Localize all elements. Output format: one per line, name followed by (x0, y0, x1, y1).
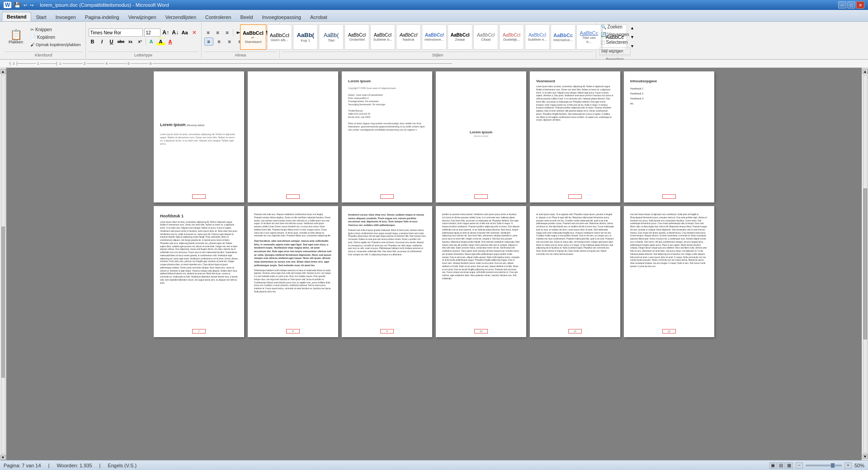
font-size-input[interactable] (144, 28, 160, 37)
font-row-2: B I U abc x₂ x² A A A (89, 38, 198, 46)
view-normal-button[interactable]: ▣ (769, 462, 777, 469)
quick-access-redo[interactable]: ↪ (30, 3, 33, 8)
style-nadruk[interactable]: AaBbCcI Nadruk (396, 24, 421, 50)
minimize-button[interactable]: ─ (838, 1, 846, 9)
tab-invoegen[interactable]: Invoegen (51, 13, 80, 21)
edit-btns: 🔍 Zoeken 🔄 Vervangen ⬚ Selecteren Stijl … (599, 24, 631, 55)
underline-button[interactable]: U (108, 38, 116, 46)
style-intensieve[interactable]: AaBbCcI Intensieve... (422, 24, 447, 50)
title-text: lorem_ipsum.doc (Compatibiliteitsmodus) … (40, 2, 169, 8)
tab-beeld[interactable]: Beeld (236, 13, 258, 21)
bullets-button[interactable]: ≡ (204, 28, 212, 37)
edit-content: 🔍 Zoeken 🔄 Vervangen ⬚ Selecteren Stijl … (599, 24, 631, 55)
vscroll-thumb[interactable] (1, 226, 5, 377)
page9-bold-title: hendrerit cursus vitae vitae orci. Donec… (348, 213, 426, 227)
close-button[interactable]: ✕ (856, 1, 864, 9)
superscript-button[interactable]: x² (136, 38, 144, 46)
strikethrough-button[interactable]: abc (117, 38, 125, 46)
scroll-thumb[interactable] (863, 188, 867, 339)
tab-invoegtoepassing[interactable]: Invoegtoepassing (258, 13, 306, 21)
style-subtiele-b[interactable]: AaBbCcI Subtiele b... (370, 24, 395, 50)
font-label: Lettertype (89, 52, 198, 57)
text-effect-button[interactable]: A (147, 38, 156, 46)
tab-acrobat[interactable]: Acrobat (306, 13, 332, 21)
style-change-button[interactable]: Stijl wijzigen (599, 47, 631, 55)
tab-pagina-indeling[interactable]: Pagina-indeling (80, 13, 124, 21)
style-citaat[interactable]: AaBbCcI Citaat (473, 24, 498, 50)
italic-button[interactable]: I (98, 38, 106, 46)
status-language: Engels (V.S.) (108, 463, 137, 468)
quick-access-save[interactable]: 💾 (14, 2, 21, 8)
copy-button[interactable]: 📄 Kopiëren (28, 34, 83, 41)
page3-content: Lorem Ipsum Copyright © 2009 Jouw naam o… (348, 79, 426, 132)
page-10: porttitor ac posuere metus laoreet. Vest… (436, 206, 526, 337)
change-case-button[interactable]: Aa (181, 28, 189, 37)
bold-button[interactable]: B (89, 38, 97, 46)
tab-start[interactable]: Start (31, 13, 51, 21)
cut-button[interactable]: ✂ Knippen (28, 26, 83, 33)
page-9: hendrerit cursus vitae vitae orci. Donec… (342, 206, 432, 337)
bottom-pages-row: Hoofdstuk 1 Lorem ipsum dolor sit amet, … (10, 206, 858, 337)
align-left-button[interactable]: ≡ (204, 38, 213, 46)
zoom-level: 50% (854, 463, 864, 468)
maximize-button[interactable]: □ (847, 1, 855, 9)
toc-item-etc: etc. (630, 101, 708, 106)
scroll-up-button[interactable]: ▲ (863, 69, 868, 74)
numbering-button[interactable]: ≡ (214, 28, 222, 37)
paste-button[interactable]: 📋 Plakken (5, 28, 27, 46)
replace-button[interactable]: 🔄 Vervangen (599, 31, 631, 38)
tab-verwijzingen[interactable]: Verwijzingen (124, 13, 161, 21)
page4-title: Lorem Ipsum (470, 130, 492, 135)
font-color-button[interactable]: A (166, 38, 175, 46)
subscript-button[interactable]: x₂ (127, 38, 135, 46)
styles-content: AaBbCcI ↵ Standaard AaBbCcI Geen afs... … (240, 24, 636, 51)
page-12: erat sed metus tempor at dignissim arcu … (624, 206, 714, 337)
view-buttons: ▣ ▤ ▦ (769, 462, 793, 469)
style-zwaar[interactable]: AaBbCcI Zwaar (448, 24, 472, 50)
font-grow-button[interactable]: A↑ (162, 28, 170, 37)
clear-format-button[interactable]: ✕ (190, 28, 198, 37)
paste-special-button[interactable]: 🖌 Opmak kopiëren/plakken (28, 42, 83, 48)
tab-controleren[interactable]: Controleren (201, 13, 236, 21)
page8-text: Pellentesque habitant morbi tristique se… (254, 269, 332, 294)
page12-text: erat sed metus tempor at dignissim arcu … (630, 213, 708, 268)
view-print-button[interactable]: ▦ (786, 462, 793, 469)
style-standaard[interactable]: AaBbCcI ↵ Standaard (240, 24, 266, 50)
bottom-button[interactable]: ▼ (0, 455, 6, 460)
page7-footer: 7 (192, 329, 206, 334)
style-kop1[interactable]: AaBb( Kop 1 (293, 24, 318, 50)
page4-num (474, 194, 488, 199)
status-words: Woorden: 1.935 (57, 463, 92, 468)
page8-bold-title: Sed tincidunt, odio sed dictum semper, m… (254, 240, 332, 268)
style-ondertitel[interactable]: AaBbCcI Ondertitel (344, 24, 369, 50)
toc-item-1: Hoofdstuk 1 (630, 86, 708, 91)
scroll-down-button[interactable]: ▼ (863, 454, 868, 459)
view-outline-button[interactable]: ▤ (778, 462, 785, 469)
page-1: Lorem Ipsum (Dummy tekst) Lorem ipsum do… (154, 71, 244, 202)
align-center-button[interactable]: ≡ (215, 38, 224, 46)
font-name-input[interactable] (89, 28, 143, 37)
page3-copyright: Copyright © 2009 Jouw naam of uitgeversn… (348, 87, 426, 90)
zoom-slider[interactable] (806, 465, 842, 466)
style-duidelijk[interactable]: AaBbCcI Duidelijk... (499, 24, 524, 50)
font-shrink-button[interactable]: A↓ (171, 28, 179, 37)
style-intensieve2[interactable]: AaBbCc Intensieve... (551, 24, 576, 50)
style-geen-afs[interactable]: AaBbCcI Geen afs... (267, 24, 292, 50)
zoom-out-button[interactable]: − (796, 462, 803, 469)
style-titel[interactable]: AaBb( Titel (319, 24, 344, 50)
zoom-in-button[interactable]: + (844, 462, 852, 469)
style-subtiele-e[interactable]: AaBbCcI Subtiele e... (525, 24, 550, 50)
select-button[interactable]: ⬚ Selecteren (599, 39, 631, 46)
styles-group: AaBbCcI ↵ Standaard AaBbCcI Geen afs... … (280, 23, 596, 58)
find-button[interactable]: 🔍 Zoeken (599, 24, 631, 30)
quick-access-undo[interactable]: ↩ (24, 3, 27, 8)
tab-bestand[interactable]: Bestand (2, 12, 31, 21)
align-right-button[interactable]: ≡ (225, 38, 234, 46)
multilevel-button[interactable]: ≡ (223, 28, 231, 37)
top-button[interactable]: ▲ (0, 69, 6, 74)
toc-item-3: Hoofdstuk 3 (630, 96, 708, 101)
scroll-track (863, 75, 868, 453)
status-right: ▣ ▤ ▦ − + 50% (769, 462, 864, 469)
highlight-button[interactable]: A (157, 38, 165, 46)
tab-verzendlijsten[interactable]: Verzendlijsten (161, 13, 201, 21)
